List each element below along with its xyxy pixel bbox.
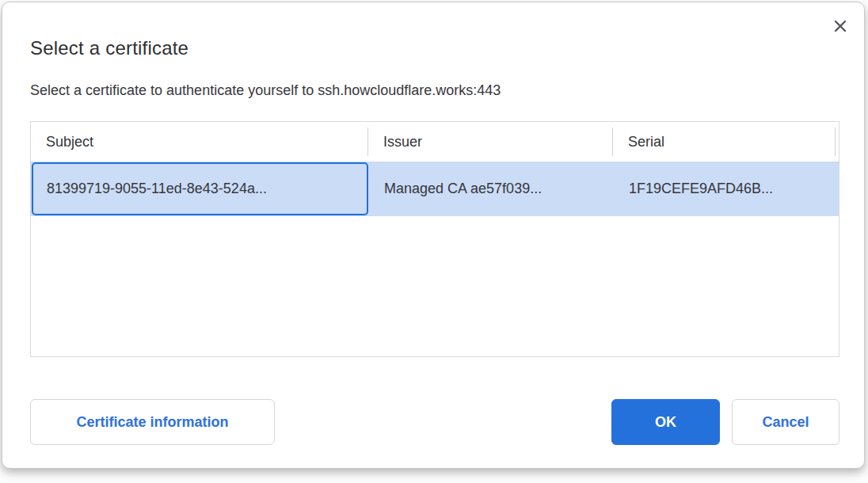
certificate-information-button[interactable]: Certificate information [30, 399, 275, 445]
column-header-serial: Serial [613, 122, 836, 162]
certificate-table: Subject Issuer Serial 81399719-9055-11ed… [30, 121, 839, 357]
cell-serial: 1F19CEFE9AFD46B... [613, 162, 836, 216]
screen: Select a certificate Select a certificat… [0, 0, 868, 483]
dialog-subtitle: Select a certificate to authenticate you… [30, 82, 501, 99]
column-header-subject: Subject [31, 122, 368, 162]
close-button[interactable] [829, 15, 851, 37]
cancel-button[interactable]: Cancel [732, 399, 839, 445]
column-header-issuer: Issuer [368, 122, 613, 162]
table-header: Subject Issuer Serial [31, 122, 839, 162]
certificate-row[interactable]: 81399719-9055-11ed-8e43-524a... Managed … [31, 162, 839, 216]
close-icon [832, 18, 848, 34]
cell-subject: 81399719-9055-11ed-8e43-524a... [31, 162, 368, 216]
cell-issuer: Managed CA ae57f039... [368, 162, 613, 216]
dialog-title: Select a certificate [30, 37, 188, 59]
select-certificate-dialog: Select a certificate Select a certificat… [2, 2, 865, 469]
ok-button[interactable]: OK [611, 399, 720, 445]
